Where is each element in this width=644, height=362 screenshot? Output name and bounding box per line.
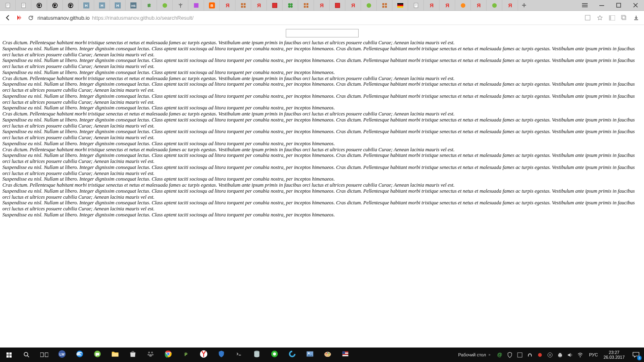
- search-button[interactable]: [18, 348, 35, 362]
- redbox-icon: [334, 2, 341, 8]
- svg-point-24: [288, 3, 290, 5]
- browser-tab[interactable]: Я: [440, 0, 455, 10]
- start-button[interactable]: [0, 348, 18, 362]
- svg-text:B: B: [211, 4, 213, 8]
- result-line: Suspendisse eu nisl. Nullam ut libero. I…: [2, 58, 642, 70]
- taskbar-app-db[interactable]: [248, 348, 266, 362]
- browser-tab[interactable]: [63, 0, 78, 10]
- browser-tab[interactable]: [47, 0, 63, 10]
- taskbar-app-shield[interactable]: [213, 348, 230, 362]
- svg-rect-51: [617, 3, 621, 7]
- page-viewport[interactable]: Cras dictum. Pellentesque habitant morbi…: [0, 25, 644, 348]
- browser-tab[interactable]: [188, 0, 204, 10]
- browser-tab[interactable]: H: [94, 0, 110, 10]
- paint-icon: [323, 350, 332, 360]
- taskbar-app-p-app[interactable]: P: [177, 348, 195, 362]
- clock[interactable]: 23:27 26.03.2017: [600, 350, 628, 360]
- browser-tab[interactable]: [377, 0, 392, 10]
- svg-text:Я: Я: [320, 2, 323, 8]
- browser-tab[interactable]: [0, 0, 16, 10]
- browser-tab[interactable]: [283, 0, 298, 10]
- taskbar-app-store[interactable]: [124, 348, 142, 362]
- browser-tab[interactable]: Я: [345, 0, 361, 10]
- home-button[interactable]: [14, 12, 25, 23]
- browser-tab[interactable]: [141, 0, 157, 10]
- browser-tab[interactable]: H: [78, 0, 94, 10]
- browser-tab[interactable]: [392, 0, 408, 10]
- browser-tab[interactable]: HS: [126, 0, 141, 10]
- window-minimize-button[interactable]: [593, 0, 610, 10]
- back-button[interactable]: [2, 12, 14, 23]
- browser-tab[interactable]: [157, 0, 173, 10]
- reload-button[interactable]: [25, 12, 36, 23]
- taskbar: LWP Рабочий стол » @ РУС 23:27 26.03.201…: [0, 348, 644, 362]
- browser-tab[interactable]: [16, 0, 31, 10]
- tabs-menu-button[interactable]: [576, 0, 593, 10]
- browser-tab[interactable]: [361, 0, 377, 10]
- browser-tab[interactable]: Я: [424, 0, 440, 10]
- page-icon: [5, 2, 11, 8]
- taskbar-app-edge[interactable]: [71, 348, 89, 362]
- taskbar-app-photos[interactable]: [301, 348, 319, 362]
- desktop-label[interactable]: Рабочий стол: [458, 352, 486, 357]
- taskbar-app-green-circle[interactable]: [266, 348, 283, 362]
- tray-disc-icon[interactable]: [547, 352, 553, 358]
- browser-tab[interactable]: [455, 0, 471, 10]
- tray-headset-icon[interactable]: [527, 352, 533, 358]
- svg-text:H: H: [101, 4, 103, 8]
- taskbar-app-chrome[interactable]: [159, 348, 177, 362]
- browser-tab[interactable]: [173, 0, 188, 10]
- browser-tab[interactable]: Я: [220, 0, 235, 10]
- task-view-button[interactable]: [35, 348, 53, 362]
- tray-wifi-icon[interactable]: [577, 352, 583, 358]
- language-indicator[interactable]: РУС: [589, 352, 598, 357]
- browser-tab[interactable]: Я: [251, 0, 267, 10]
- browser-tab[interactable]: H: [110, 0, 126, 10]
- browser-tab[interactable]: Я: [502, 0, 518, 10]
- tray-square-icon[interactable]: [517, 352, 523, 358]
- taskbar-app-c-app[interactable]: [283, 348, 301, 362]
- tray-printer-icon[interactable]: [557, 352, 563, 358]
- svg-rect-23: [272, 3, 277, 7]
- new-tab-button[interactable]: [518, 0, 530, 10]
- browser-tab[interactable]: B: [204, 0, 220, 10]
- taskbar-app-y-browser[interactable]: [195, 348, 213, 362]
- downloads-icon[interactable]: [630, 12, 642, 23]
- svg-point-65: [148, 352, 150, 353]
- url-full[interactable]: https://rinatusmanov.github.io/searchRes…: [92, 15, 582, 21]
- tray-shield-tray-icon[interactable]: [507, 352, 513, 358]
- taskbar-app-paw[interactable]: [142, 348, 159, 362]
- browser-tab[interactable]: [487, 0, 502, 10]
- browser-tab[interactable]: [235, 0, 251, 10]
- svg-rect-14: [194, 3, 198, 7]
- browser-tab[interactable]: [408, 0, 424, 10]
- taskbar-app-logo-lw[interactable]: LW: [53, 348, 71, 362]
- search-input[interactable]: [286, 29, 359, 37]
- window-close-button[interactable]: [627, 0, 644, 10]
- action-center-button[interactable]: 3: [628, 348, 644, 362]
- window-maximize-button[interactable]: [610, 0, 627, 10]
- sidebar-icon[interactable]: [606, 12, 617, 23]
- browser-tab[interactable]: [330, 0, 345, 10]
- tray-at-icon[interactable]: @: [497, 352, 503, 358]
- copy-icon[interactable]: [618, 12, 630, 23]
- taskbar-app-chat[interactable]: [89, 348, 106, 362]
- browser-tab[interactable]: Я: [314, 0, 330, 10]
- svg-rect-36: [382, 3, 384, 5]
- site-info-icon[interactable]: [582, 12, 593, 23]
- files-icon: [111, 350, 120, 360]
- taskbar-app-flag[interactable]: [336, 348, 354, 362]
- tray-speaker-icon[interactable]: [567, 352, 573, 358]
- browser-tab[interactable]: [267, 0, 283, 10]
- browser-tab[interactable]: [31, 0, 47, 10]
- taskbar-app-paint[interactable]: [319, 348, 336, 362]
- yandex-icon: Я: [444, 2, 450, 8]
- bookmark-star-icon[interactable]: [594, 12, 605, 23]
- browser-tab[interactable]: Я: [471, 0, 487, 10]
- tray-red-circle-icon[interactable]: [537, 352, 543, 358]
- taskbar-app-terminal[interactable]: [230, 348, 248, 362]
- taskbar-app-files[interactable]: [106, 348, 124, 362]
- chevron-up-icon[interactable]: »: [488, 353, 490, 357]
- browser-tab[interactable]: [298, 0, 314, 10]
- url-host[interactable]: rinatusmanov.github.io: [37, 15, 90, 21]
